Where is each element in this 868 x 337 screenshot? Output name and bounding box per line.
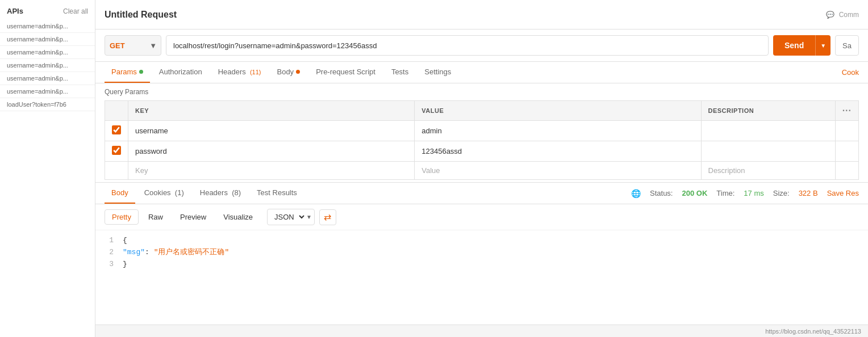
format-select-arrow-icon: ▼ — [306, 214, 312, 220]
code-line-1: 1 { — [105, 235, 859, 247]
row-empty-value[interactable]: Value — [415, 162, 701, 180]
row-1-description[interactable] — [701, 121, 835, 141]
send-button[interactable]: Send — [773, 35, 815, 56]
response-headers-count: (8) — [230, 188, 241, 197]
status-label: Status: — [650, 189, 673, 197]
query-params-section: Query Params KEY VALUE DESCRIPTION ··· — [95, 83, 868, 180]
format-bar: Pretty Raw Preview Visualize JSON XML HT… — [95, 204, 868, 230]
tab-pre-request[interactable]: Pre-request Script — [309, 62, 382, 83]
th-description: DESCRIPTION — [701, 101, 835, 121]
table-row: username admin — [105, 121, 859, 141]
response-tab-cookies[interactable]: Cookies (1) — [137, 183, 191, 204]
th-more: ··· — [835, 101, 858, 121]
format-type-select[interactable]: JSON XML HTML Text — [270, 209, 306, 225]
row-empty-more — [835, 162, 858, 180]
row-empty-key[interactable]: Key — [128, 162, 415, 180]
query-params-title: Query Params — [105, 88, 859, 96]
headers-count: (11) — [248, 69, 261, 75]
list-item[interactable]: username=admin&p... — [0, 72, 95, 85]
row-2-key[interactable]: password — [128, 141, 415, 162]
code-content-1: { — [123, 235, 859, 247]
tab-params[interactable]: Params — [105, 62, 150, 83]
row-2-more — [835, 141, 858, 162]
save-response-button[interactable]: Save Res — [827, 189, 859, 197]
params-tab-label: Params — [111, 68, 137, 76]
body-dot — [296, 70, 300, 74]
format-pretty-button[interactable]: Pretty — [105, 209, 139, 225]
response-tab-body[interactable]: Body — [105, 183, 135, 204]
code-key-msg: "msg" — [123, 248, 145, 256]
authorization-tab-label: Authorization — [159, 68, 202, 76]
sidebar-clear-button[interactable]: Clear all — [63, 7, 88, 15]
response-code-area: 1 { 2 "msg": "用户名或密码不正确" 3 } — [95, 230, 868, 337]
line-number-2: 2 — [105, 247, 114, 259]
response-tab-headers[interactable]: Headers (8) — [193, 183, 248, 204]
url-bar: GET POST PUT DELETE PATCH ▼ Send ▼ Sa — [95, 30, 868, 62]
globe-icon[interactable]: 🌐 — [631, 189, 641, 198]
more-options-icon[interactable]: ··· — [842, 106, 852, 115]
main-panel: Untitled Request 💬 Comm GET POST PUT DEL… — [95, 0, 868, 337]
list-item[interactable]: username=admin&p... — [0, 20, 95, 33]
time-label: Time: — [716, 189, 735, 197]
cookies-tab-label: Cook — [842, 68, 859, 77]
response-test-results-label: Test Results — [257, 188, 297, 197]
row-2-value[interactable]: 123456assd — [415, 141, 701, 162]
save-button[interactable]: Sa — [835, 35, 859, 56]
list-item[interactable]: username=admin&p... — [0, 33, 95, 46]
headers-tab-label: Headers — [218, 68, 246, 76]
list-item[interactable]: username=admin&p... — [0, 85, 95, 98]
response-cookies-count: (1) — [173, 188, 184, 197]
response-section: Body Cookies (1) Headers (8) Test Result… — [95, 182, 868, 337]
method-select[interactable]: GET POST PUT DELETE PATCH — [105, 35, 161, 56]
response-headers-label: Headers — [200, 188, 228, 197]
wrap-text-button[interactable]: ⇄ — [319, 209, 336, 225]
code-line-3: 3 } — [105, 259, 859, 271]
status-value: 200 OK — [682, 189, 707, 197]
line-number-3: 3 — [105, 259, 114, 271]
tab-body[interactable]: Body — [270, 62, 307, 83]
code-val-msg: "用户名或密码不正确" — [154, 248, 229, 256]
size-value: 322 B — [799, 189, 818, 197]
tests-tab-label: Tests — [391, 68, 408, 76]
row-1-key[interactable]: username — [128, 121, 415, 141]
row-1-more — [835, 121, 858, 141]
desc-placeholder: Description — [708, 166, 745, 175]
row-1-checkbox[interactable] — [112, 125, 121, 134]
response-tab-test-results[interactable]: Test Results — [250, 183, 304, 204]
format-raw-button[interactable]: Raw — [141, 209, 170, 225]
table-row: Key Value Description — [105, 162, 859, 180]
sidebar-apis-label: APIs — [7, 7, 23, 15]
code-colon: : — [145, 248, 154, 256]
settings-tab-label: Settings — [424, 68, 451, 76]
row-1-value[interactable]: admin — [415, 121, 701, 141]
format-preview-button[interactable]: Preview — [173, 209, 214, 225]
pre-request-tab-label: Pre-request Script — [316, 68, 375, 76]
list-item[interactable]: username=admin&p... — [0, 46, 95, 59]
send-dropdown-button[interactable]: ▼ — [815, 35, 831, 56]
list-item[interactable]: loadUser?token=f7b6 — [0, 98, 95, 111]
request-header: Untitled Request 💬 Comm — [95, 0, 868, 30]
list-item[interactable]: username=admin&p... — [0, 59, 95, 72]
tab-headers[interactable]: Headers (11) — [211, 62, 268, 83]
code-content-2: "msg": "用户名或密码不正确" — [123, 247, 859, 259]
tab-authorization[interactable]: Authorization — [152, 62, 209, 83]
params-dot — [139, 70, 143, 74]
th-value: VALUE — [415, 101, 701, 121]
body-tab-label: Body — [277, 68, 294, 76]
code-line-2: 2 "msg": "用户名或密码不正确" — [105, 247, 859, 259]
request-tabs: Params Authorization Headers (11) Body P… — [95, 62, 868, 83]
request-title: Untitled Request — [105, 10, 177, 20]
row-2-description[interactable] — [701, 141, 835, 162]
send-button-group: Send ▼ — [773, 35, 831, 56]
tab-settings[interactable]: Settings — [418, 62, 458, 83]
url-input[interactable] — [166, 35, 769, 56]
row-checkbox-cell — [105, 141, 128, 162]
tab-cookies[interactable]: Cook — [842, 68, 859, 77]
tab-tests[interactable]: Tests — [385, 62, 415, 83]
comments-button[interactable]: 💬 Comm — [826, 11, 859, 19]
row-empty-desc[interactable]: Description — [701, 162, 835, 180]
format-visualize-button[interactable]: Visualize — [216, 209, 260, 225]
row-2-checkbox[interactable] — [112, 146, 121, 155]
row-checkbox-cell — [105, 121, 128, 141]
th-checkbox — [105, 101, 128, 121]
